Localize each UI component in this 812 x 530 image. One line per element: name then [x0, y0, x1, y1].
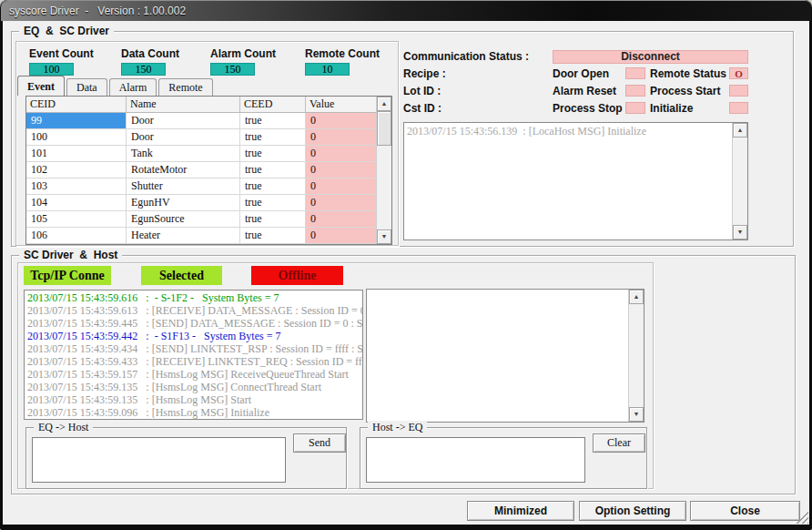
scroll-down-icon[interactable]: ▼ — [377, 229, 391, 244]
log-line[interactable]: 2013/07/15 15:43:59.135 : [HsmsLog MSG] … — [25, 381, 362, 393]
cell-name[interactable]: Door — [127, 129, 240, 145]
remote-count-label: Remote Count — [305, 47, 380, 60]
cell-ceid[interactable]: 100 — [26, 129, 127, 145]
recipe-label: Recipe : — [403, 67, 446, 80]
log-line[interactable]: 2013/07/15 15:43:59.135 : [HsmsLog MSG] … — [25, 393, 362, 406]
cell-ceid[interactable]: 104 — [26, 195, 127, 210]
cell-name[interactable]: EgunSource — [127, 211, 240, 227]
option-setting-button[interactable]: Option Setting — [579, 501, 686, 521]
minimized-button[interactable]: Minimized — [467, 501, 574, 521]
send-button[interactable]: Send — [293, 433, 346, 453]
log-line[interactable]: 2013/07/15 15:43:59.616 : - S-1F2 - Syst… — [25, 291, 362, 304]
log-line[interactable]: 2013/07/15 15:43:59.096 : [HsmsLog MSG] … — [25, 406, 362, 419]
cell-ceed[interactable]: true — [240, 211, 306, 227]
scroll-down-icon[interactable]: ▼ — [629, 407, 644, 422]
cell-ceid[interactable]: 101 — [26, 146, 127, 161]
table-row[interactable]: 103 Shutter true 0 — [26, 178, 376, 195]
event-table: CEID Name CEED Value 99 Door true 0 100 … — [25, 96, 392, 245]
cell-value[interactable]: 0 — [306, 195, 376, 210]
host-to-eq-input[interactable] — [366, 437, 585, 483]
cell-name[interactable]: EgunHV — [127, 195, 240, 210]
cell-ceid[interactable]: 105 — [26, 211, 127, 227]
cell-value[interactable]: 0 — [306, 228, 376, 243]
host-to-eq-label: Host -> EQ — [368, 421, 427, 434]
cell-ceid[interactable]: 102 — [26, 162, 127, 178]
door-open-lamp — [625, 67, 645, 79]
tab-data[interactable]: Data — [66, 78, 107, 96]
table-row[interactable]: 99 Door true 0 — [26, 113, 376, 129]
host-message-panel[interactable]: ▲ ▼ — [366, 289, 645, 423]
cell-name[interactable]: Shutter — [127, 178, 240, 194]
tab-alarm[interactable]: Alarm — [109, 78, 157, 96]
scroll-up-icon[interactable]: ▲ — [629, 290, 644, 304]
log-line[interactable]: 2013/07/15 15:43:59.157 : [HsmsLog MSG] … — [25, 368, 362, 381]
cell-ceed[interactable]: true — [240, 113, 306, 128]
cell-value[interactable]: 0 — [306, 211, 376, 227]
localhost-log[interactable]: 2013/07/15 15:43:56.139 : [LocaHost MSG]… — [403, 122, 748, 240]
remote-count-value: 10 — [305, 63, 350, 76]
cell-ceid[interactable]: 103 — [26, 178, 127, 194]
cell-name[interactable]: Tank — [127, 146, 240, 161]
tab-event[interactable]: Event — [17, 76, 65, 96]
scroll-down-icon[interactable]: ▼ — [733, 225, 747, 240]
app-window: syscore Driver - Version : 1.00.002 EQ &… — [0, 0, 812, 530]
log-line[interactable]: 2013/07/15 15:43:59.442 : - S1F13 - Syst… — [25, 330, 362, 342]
initialize-label: Initialize — [650, 102, 693, 115]
process-start-lamp — [729, 85, 748, 97]
cell-name[interactable]: Door — [127, 113, 240, 128]
alarm-reset-lamp — [625, 85, 645, 97]
scroll-thumb[interactable] — [377, 111, 391, 146]
log-line[interactable]: 2013/07/15 15:43:59.613 : [RECEIVE] DATA… — [25, 304, 362, 317]
table-scrollbar[interactable]: ▲ ▼ — [376, 97, 391, 244]
table-row[interactable]: 101 Tank true 0 — [26, 146, 376, 162]
table-row[interactable]: 106 Heater true 0 — [26, 228, 376, 244]
event-count-value: 100 — [29, 63, 74, 76]
comm-status-value: Disconnect — [553, 50, 748, 64]
localhost-log-scrollbar[interactable]: ▲ ▼ — [732, 123, 747, 240]
tab-remote[interactable]: Remote — [158, 78, 212, 96]
remote-counter: Remote Count 10 — [305, 47, 380, 76]
cell-ceed[interactable]: true — [240, 228, 306, 243]
scroll-up-icon[interactable]: ▲ — [733, 123, 747, 138]
cell-name[interactable]: RotateMotor — [127, 162, 240, 178]
cell-value[interactable]: 0 — [306, 162, 376, 178]
log-line[interactable]: 2013/07/15 15:43:59.434 : [SEND] LINKTES… — [25, 342, 362, 355]
hsms-log-list[interactable]: 2013/07/15 15:43:59.616 : - S-1F2 - Syst… — [24, 290, 363, 420]
scroll-up-icon[interactable]: ▲ — [377, 97, 391, 111]
process-start-label: Process Start — [650, 85, 720, 97]
host-panel-scrollbar[interactable]: ▲ ▼ — [628, 290, 644, 422]
clear-button[interactable]: Clear — [593, 433, 645, 453]
close-button[interactable]: Close — [690, 501, 800, 521]
window-title: syscore Driver - Version : 1.00.002 — [1, 5, 186, 17]
remote-status-lamp: O — [729, 67, 748, 79]
cell-value[interactable]: 0 — [306, 113, 376, 128]
cell-ceid[interactable]: 99 — [26, 113, 127, 128]
table-row[interactable]: 104 EgunHV true 0 — [26, 195, 376, 211]
col-header-ceed[interactable]: CEED — [240, 97, 306, 112]
cell-ceid[interactable]: 106 — [26, 228, 127, 243]
cell-ceed[interactable]: true — [240, 162, 306, 178]
log-line[interactable]: 2013/07/15 15:43:59.433 : [RECEIVE] LINK… — [25, 355, 362, 368]
data-count-value: 150 — [121, 63, 166, 76]
cell-value[interactable]: 0 — [306, 178, 376, 194]
title-bar[interactable]: syscore Driver - Version : 1.00.002 — [1, 1, 811, 21]
table-row[interactable]: 102 RotateMotor true 0 — [26, 162, 376, 178]
category-tabs: Event Data Alarm Remote — [17, 76, 215, 96]
data-counter: Data Count 150 — [121, 47, 179, 76]
door-open-label: Door Open — [553, 67, 609, 80]
cell-ceed[interactable]: true — [240, 178, 306, 194]
cell-ceed[interactable]: true — [240, 129, 306, 145]
data-count-label: Data Count — [121, 47, 179, 60]
cell-value[interactable]: 0 — [306, 146, 376, 161]
cell-ceed[interactable]: true — [240, 146, 306, 161]
table-row[interactable]: 100 Door true 0 — [26, 129, 376, 146]
cell-value[interactable]: 0 — [306, 129, 376, 145]
cell-ceed[interactable]: true — [240, 195, 306, 210]
alarm-count-label: Alarm Count — [210, 47, 276, 60]
cell-name[interactable]: Heater — [127, 228, 240, 243]
log-line[interactable]: 2013/07/15 15:43:59.445 : [SEND] DATA_ME… — [25, 317, 362, 330]
col-header-name[interactable]: Name — [127, 97, 240, 112]
table-row[interactable]: 105 EgunSource true 0 — [26, 211, 376, 228]
eq-to-host-input[interactable] — [32, 437, 286, 483]
col-header-ceid[interactable]: CEID — [26, 97, 127, 112]
